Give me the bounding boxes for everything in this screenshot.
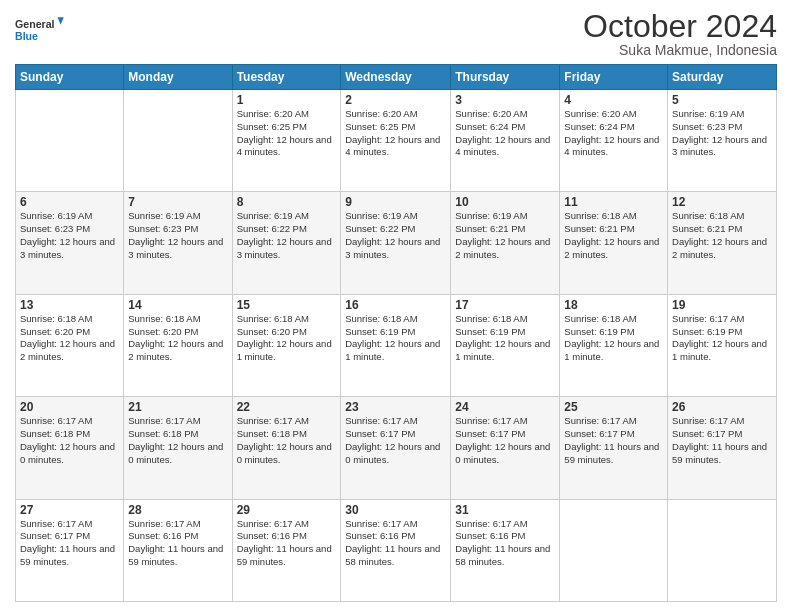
day-info: Sunrise: 6:18 AM Sunset: 6:19 PM Dayligh… [455,313,555,364]
cell-w2-d1: 7Sunrise: 6:19 AM Sunset: 6:23 PM Daylig… [124,192,232,294]
day-number: 12 [672,195,772,209]
day-number: 17 [455,298,555,312]
day-info: Sunrise: 6:17 AM Sunset: 6:16 PM Dayligh… [128,518,227,569]
day-number: 31 [455,503,555,517]
cell-w1-d1 [124,90,232,192]
logo: General Blue [15,10,65,50]
cell-w3-d0: 13Sunrise: 6:18 AM Sunset: 6:20 PM Dayli… [16,294,124,396]
cell-w5-d5 [560,499,668,601]
svg-marker-2 [58,17,64,25]
day-info: Sunrise: 6:17 AM Sunset: 6:17 PM Dayligh… [20,518,119,569]
cell-w3-d2: 15Sunrise: 6:18 AM Sunset: 6:20 PM Dayli… [232,294,341,396]
day-number: 7 [128,195,227,209]
day-info: Sunrise: 6:18 AM Sunset: 6:21 PM Dayligh… [564,210,663,261]
day-info: Sunrise: 6:17 AM Sunset: 6:17 PM Dayligh… [345,415,446,466]
day-number: 6 [20,195,119,209]
day-info: Sunrise: 6:18 AM Sunset: 6:21 PM Dayligh… [672,210,772,261]
day-info: Sunrise: 6:18 AM Sunset: 6:20 PM Dayligh… [20,313,119,364]
day-info: Sunrise: 6:17 AM Sunset: 6:17 PM Dayligh… [455,415,555,466]
day-number: 30 [345,503,446,517]
cell-w1-d4: 3Sunrise: 6:20 AM Sunset: 6:24 PM Daylig… [451,90,560,192]
cell-w5-d0: 27Sunrise: 6:17 AM Sunset: 6:17 PM Dayli… [16,499,124,601]
day-number: 27 [20,503,119,517]
day-number: 28 [128,503,227,517]
svg-text:Blue: Blue [15,30,38,42]
day-number: 3 [455,93,555,107]
day-info: Sunrise: 6:19 AM Sunset: 6:23 PM Dayligh… [20,210,119,261]
day-number: 5 [672,93,772,107]
day-info: Sunrise: 6:18 AM Sunset: 6:20 PM Dayligh… [128,313,227,364]
day-info: Sunrise: 6:18 AM Sunset: 6:19 PM Dayligh… [345,313,446,364]
day-number: 13 [20,298,119,312]
cell-w1-d0 [16,90,124,192]
cell-w2-d0: 6Sunrise: 6:19 AM Sunset: 6:23 PM Daylig… [16,192,124,294]
cell-w2-d6: 12Sunrise: 6:18 AM Sunset: 6:21 PM Dayli… [668,192,777,294]
cell-w1-d2: 1Sunrise: 6:20 AM Sunset: 6:25 PM Daylig… [232,90,341,192]
week-row-2: 6Sunrise: 6:19 AM Sunset: 6:23 PM Daylig… [16,192,777,294]
week-row-1: 1Sunrise: 6:20 AM Sunset: 6:25 PM Daylig… [16,90,777,192]
week-row-5: 27Sunrise: 6:17 AM Sunset: 6:17 PM Dayli… [16,499,777,601]
day-number: 1 [237,93,337,107]
cell-w4-d1: 21Sunrise: 6:17 AM Sunset: 6:18 PM Dayli… [124,397,232,499]
day-info: Sunrise: 6:20 AM Sunset: 6:25 PM Dayligh… [237,108,337,159]
day-info: Sunrise: 6:19 AM Sunset: 6:21 PM Dayligh… [455,210,555,261]
cell-w1-d5: 4Sunrise: 6:20 AM Sunset: 6:24 PM Daylig… [560,90,668,192]
day-number: 20 [20,400,119,414]
day-info: Sunrise: 6:19 AM Sunset: 6:23 PM Dayligh… [128,210,227,261]
day-number: 15 [237,298,337,312]
day-number: 22 [237,400,337,414]
header-wednesday: Wednesday [341,65,451,90]
cell-w2-d2: 8Sunrise: 6:19 AM Sunset: 6:22 PM Daylig… [232,192,341,294]
day-info: Sunrise: 6:20 AM Sunset: 6:24 PM Dayligh… [564,108,663,159]
day-info: Sunrise: 6:17 AM Sunset: 6:18 PM Dayligh… [20,415,119,466]
day-info: Sunrise: 6:17 AM Sunset: 6:19 PM Dayligh… [672,313,772,364]
cell-w5-d3: 30Sunrise: 6:17 AM Sunset: 6:16 PM Dayli… [341,499,451,601]
day-number: 10 [455,195,555,209]
calendar-table: Sunday Monday Tuesday Wednesday Thursday… [15,64,777,602]
day-info: Sunrise: 6:17 AM Sunset: 6:17 PM Dayligh… [672,415,772,466]
cell-w4-d4: 24Sunrise: 6:17 AM Sunset: 6:17 PM Dayli… [451,397,560,499]
cell-w2-d5: 11Sunrise: 6:18 AM Sunset: 6:21 PM Dayli… [560,192,668,294]
cell-w3-d3: 16Sunrise: 6:18 AM Sunset: 6:19 PM Dayli… [341,294,451,396]
day-info: Sunrise: 6:18 AM Sunset: 6:20 PM Dayligh… [237,313,337,364]
day-info: Sunrise: 6:17 AM Sunset: 6:17 PM Dayligh… [564,415,663,466]
header: General Blue October 2024 Suka Makmue, I… [15,10,777,58]
header-friday: Friday [560,65,668,90]
cell-w3-d4: 17Sunrise: 6:18 AM Sunset: 6:19 PM Dayli… [451,294,560,396]
day-info: Sunrise: 6:19 AM Sunset: 6:23 PM Dayligh… [672,108,772,159]
day-number: 8 [237,195,337,209]
cell-w4-d6: 26Sunrise: 6:17 AM Sunset: 6:17 PM Dayli… [668,397,777,499]
day-info: Sunrise: 6:18 AM Sunset: 6:19 PM Dayligh… [564,313,663,364]
cell-w4-d2: 22Sunrise: 6:17 AM Sunset: 6:18 PM Dayli… [232,397,341,499]
header-thursday: Thursday [451,65,560,90]
cell-w5-d6 [668,499,777,601]
cell-w3-d5: 18Sunrise: 6:18 AM Sunset: 6:19 PM Dayli… [560,294,668,396]
page: General Blue October 2024 Suka Makmue, I… [0,0,792,612]
day-number: 29 [237,503,337,517]
day-info: Sunrise: 6:20 AM Sunset: 6:25 PM Dayligh… [345,108,446,159]
day-info: Sunrise: 6:17 AM Sunset: 6:16 PM Dayligh… [237,518,337,569]
week-row-4: 20Sunrise: 6:17 AM Sunset: 6:18 PM Dayli… [16,397,777,499]
cell-w2-d3: 9Sunrise: 6:19 AM Sunset: 6:22 PM Daylig… [341,192,451,294]
day-info: Sunrise: 6:19 AM Sunset: 6:22 PM Dayligh… [345,210,446,261]
day-number: 9 [345,195,446,209]
cell-w2-d4: 10Sunrise: 6:19 AM Sunset: 6:21 PM Dayli… [451,192,560,294]
day-number: 18 [564,298,663,312]
header-sunday: Sunday [16,65,124,90]
cell-w5-d1: 28Sunrise: 6:17 AM Sunset: 6:16 PM Dayli… [124,499,232,601]
week-row-3: 13Sunrise: 6:18 AM Sunset: 6:20 PM Dayli… [16,294,777,396]
cell-w3-d1: 14Sunrise: 6:18 AM Sunset: 6:20 PM Dayli… [124,294,232,396]
day-number: 4 [564,93,663,107]
day-number: 25 [564,400,663,414]
day-info: Sunrise: 6:17 AM Sunset: 6:16 PM Dayligh… [455,518,555,569]
cell-w1-d6: 5Sunrise: 6:19 AM Sunset: 6:23 PM Daylig… [668,90,777,192]
day-info: Sunrise: 6:20 AM Sunset: 6:24 PM Dayligh… [455,108,555,159]
header-monday: Monday [124,65,232,90]
day-info: Sunrise: 6:17 AM Sunset: 6:16 PM Dayligh… [345,518,446,569]
cell-w4-d5: 25Sunrise: 6:17 AM Sunset: 6:17 PM Dayli… [560,397,668,499]
day-info: Sunrise: 6:17 AM Sunset: 6:18 PM Dayligh… [128,415,227,466]
weekday-header-row: Sunday Monday Tuesday Wednesday Thursday… [16,65,777,90]
day-number: 26 [672,400,772,414]
cell-w5-d4: 31Sunrise: 6:17 AM Sunset: 6:16 PM Dayli… [451,499,560,601]
location: Suka Makmue, Indonesia [583,42,777,58]
